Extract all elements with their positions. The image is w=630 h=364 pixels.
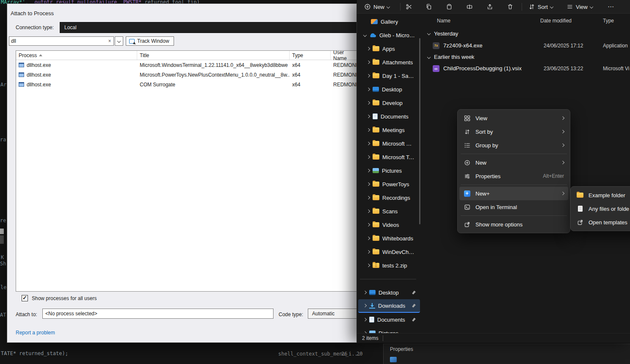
context-menu-item-sort-by[interactable]: Sort by — [459, 125, 568, 138]
sidebar-item-whiteboards[interactable]: Whiteboards — [358, 232, 420, 245]
sidebar-item-pinned-downloads[interactable]: Downloads — [358, 299, 420, 313]
group-header-yesterday[interactable]: Yesterday — [423, 27, 630, 40]
show-all-users-checkbox-row[interactable]: Show processes for all users — [22, 295, 97, 301]
chevron-right-icon[interactable] — [363, 318, 367, 321]
sidebar-item-microsoft-teams[interactable]: Microsoft Tear — [358, 150, 420, 164]
rename-button[interactable] — [463, 1, 476, 12]
chevron-down-icon[interactable] — [427, 55, 431, 58]
chevron-right-icon[interactable] — [367, 237, 370, 240]
sidebar-item-microsoft-copilot[interactable]: Microsoft Cop — [358, 137, 420, 150]
context-menu-item-new-plus[interactable]: New+ — [459, 187, 568, 200]
sidebar-item-scans[interactable]: Scans — [358, 204, 420, 218]
chevron-right-icon[interactable] — [367, 223, 370, 226]
sidebar-item-develop[interactable]: Develop — [358, 96, 420, 110]
column-header-title[interactable]: Title — [137, 51, 290, 60]
sidebar-item-windevchat[interactable]: WinDevChat c — [358, 245, 420, 259]
attach-to-field[interactable] — [42, 309, 274, 319]
editor-scrollbar-thumb[interactable] — [0, 235, 4, 244]
chevron-down-icon[interactable] — [427, 32, 431, 35]
context-menu-item-new[interactable]: New — [459, 156, 568, 169]
see-more-button[interactable]: ⋯ — [605, 1, 617, 12]
delete-button[interactable] — [504, 1, 517, 12]
sidebar-item-recordings[interactable]: Recordings — [358, 191, 420, 204]
context-menu-item-group-by[interactable]: Group by — [459, 138, 568, 152]
chevron-right-icon[interactable] — [367, 196, 370, 199]
editor-scrollbar-marker[interactable] — [0, 229, 4, 234]
submenu-item-any-files[interactable]: Any files or folde — [572, 202, 630, 215]
column-header-process[interactable]: Process — [16, 51, 137, 60]
copy-button[interactable] — [423, 1, 435, 12]
context-menu-item-show-more-options[interactable]: Show more options — [459, 218, 568, 231]
codelens-reference[interactable]: shell_context_sub_menu_i... — [278, 351, 361, 357]
sidebar-item-label: Gleb - Microsof — [379, 32, 415, 39]
column-header-type[interactable]: Type — [290, 51, 331, 60]
sidebar-scrollbar[interactable] — [419, 38, 420, 224]
sidebar-item-pinned-desktop[interactable]: Desktop — [358, 286, 420, 299]
cut-button[interactable] — [403, 1, 415, 12]
file-row-7z-exe[interactable]: 7z2409-x64.exe 24/06/2025 17:12 Applicat… — [423, 40, 630, 51]
sidebar-item-desktop[interactable]: Desktop — [358, 83, 420, 96]
sidebar-item-apps[interactable]: Apps — [358, 42, 420, 55]
search-dropdown-button[interactable] — [115, 36, 123, 46]
sidebar-item-videos[interactable]: Videos — [358, 218, 420, 232]
column-header-date-modified[interactable]: Date modified — [540, 18, 572, 24]
chevron-right-icon[interactable] — [367, 155, 370, 159]
chevron-right-icon[interactable] — [367, 210, 370, 213]
chevron-right-icon[interactable] — [367, 128, 370, 132]
process-search-input[interactable] — [9, 38, 106, 44]
chevron-right-icon[interactable] — [367, 74, 370, 77]
sidebar-item-documents[interactable]: Documents — [358, 110, 420, 123]
new-button[interactable]: New — [361, 1, 392, 12]
sidebar-item-pinned-pictures[interactable]: Pictures — [358, 326, 420, 334]
process-row[interactable]: dllhost.exe COM Surrogate x64 REDMOND — [16, 80, 356, 89]
sidebar-item-tests-zip[interactable]: tests 2.zip — [358, 259, 420, 272]
chevron-right-icon[interactable] — [367, 169, 370, 172]
report-a-problem-link[interactable]: Report a problem — [16, 330, 55, 336]
sidebar-item-pictures[interactable]: Pictures — [358, 164, 420, 177]
chevron-right-icon[interactable] — [367, 264, 370, 267]
code-type-combobox[interactable]: Automatic — [308, 309, 356, 319]
sidebar-item-day1[interactable]: Day 1 - Sangee — [358, 69, 420, 83]
paste-button[interactable] — [443, 1, 456, 12]
sidebar-item-powertoys[interactable]: PowerToys — [358, 177, 420, 191]
context-menu-item-open-in-terminal[interactable]: Open in Terminal — [459, 200, 568, 214]
checkbox-checked-icon[interactable] — [22, 295, 28, 301]
chevron-right-icon[interactable] — [367, 47, 370, 50]
sidebar-item-attachments[interactable]: Attachments — [358, 55, 420, 69]
line-number: 20 — [356, 351, 362, 357]
chevron-right-icon[interactable] — [367, 142, 370, 145]
process-search-box[interactable]: × — [9, 36, 114, 46]
view-button[interactable]: View — [564, 1, 596, 12]
column-header-type[interactable]: Type — [603, 18, 614, 24]
chevron-right-icon[interactable] — [367, 250, 370, 254]
pin-icon — [412, 317, 416, 322]
chevron-right-icon[interactable] — [367, 101, 370, 105]
chevron-right-icon[interactable] — [367, 115, 370, 118]
codelens-count[interactable]: 26 — [341, 351, 347, 357]
column-header-name[interactable]: Name — [437, 18, 450, 24]
sidebar-item-gallery[interactable]: Gallery — [358, 15, 420, 28]
chevron-right-icon[interactable] — [367, 61, 370, 64]
connection-type-combobox[interactable]: Local — [60, 22, 356, 33]
clear-search-icon[interactable]: × — [106, 38, 113, 44]
process-row[interactable]: dllhost.exe Microsoft.PowerToys.NewPlusC… — [16, 70, 356, 80]
submenu-item-open-templates[interactable]: Open templates — [572, 215, 630, 229]
sidebar-item-pinned-documents[interactable]: Documents — [358, 313, 420, 326]
chevron-right-icon[interactable] — [367, 182, 370, 186]
chevron-right-icon[interactable] — [363, 304, 367, 307]
share-button[interactable] — [484, 1, 496, 12]
chevron-down-icon[interactable] — [363, 33, 367, 37]
group-header-earlier-this-week[interactable]: Earlier this week — [423, 51, 630, 63]
column-header-user-name[interactable]: User Name — [331, 51, 356, 60]
context-menu-item-properties[interactable]: Properties Alt+Enter — [459, 169, 568, 183]
chevron-right-icon[interactable] — [363, 291, 367, 294]
process-row[interactable]: dllhost.exe Microsoft.WindowsTerminal_1.… — [16, 60, 356, 70]
context-menu-item-view[interactable]: View — [459, 111, 568, 125]
sidebar-item-meetings[interactable]: Meetings — [358, 123, 420, 137]
track-window-button[interactable]: Track Window — [126, 36, 174, 46]
sort-button[interactable]: Sort — [525, 1, 556, 12]
file-row-vsix[interactable]: ChildProcessDebugging (1).vsix 23/06/202… — [423, 63, 630, 74]
sidebar-item-onedrive[interactable]: Gleb - Microsof — [358, 28, 420, 42]
submenu-item-example-folder[interactable]: Example folder — [572, 188, 630, 202]
chevron-right-icon[interactable] — [367, 88, 370, 91]
